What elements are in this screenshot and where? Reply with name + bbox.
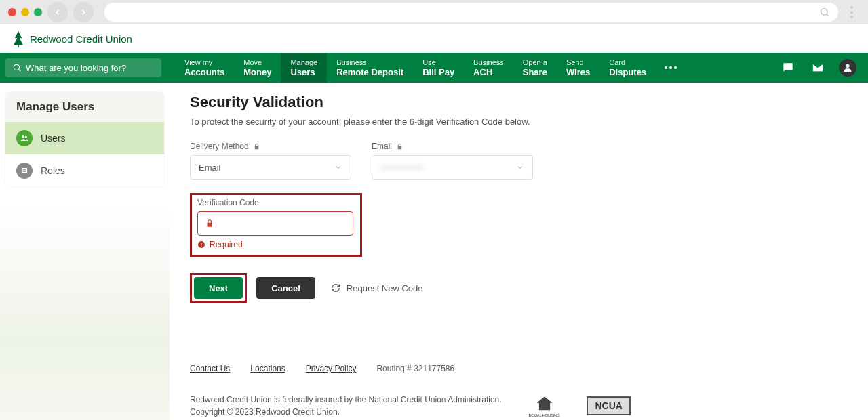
email-label: Email [372,142,533,151]
search-icon [12,63,22,72]
profile-button[interactable] [833,53,863,83]
cancel-button[interactable]: Cancel [256,277,315,299]
page-title: Security Validation [190,93,848,111]
svg-rect-5 [22,168,27,173]
sidebar-item-label: Users [41,133,66,144]
svg-rect-6 [23,169,26,170]
refresh-icon [330,282,341,293]
page-subtitle: To protect the security of your account,… [190,117,848,127]
nav-item-ach[interactable]: BusinessACH [464,53,513,83]
verification-code-input[interactable] [197,211,353,236]
main-nav: What are you looking for? View myAccount… [0,53,868,83]
forward-button[interactable] [73,2,94,22]
next-button-highlight: Next [190,273,247,303]
delivery-method-select[interactable]: Email [190,155,351,180]
browser-chrome [0,0,868,24]
sidebar-item-users[interactable]: Users [5,122,164,154]
verification-code-label: Verification Code [197,198,353,207]
maximize-window-icon[interactable] [34,8,42,16]
minimize-window-icon[interactable] [21,8,29,16]
next-button[interactable]: Next [194,277,243,299]
verification-code-error: Required [197,240,353,249]
nav-more-button[interactable] [656,53,686,83]
lock-icon [253,143,260,150]
nav-item-bill-pay[interactable]: UseBill Pay [413,53,464,83]
nav-item-wires[interactable]: SendWires [557,53,599,83]
footer-copyright: Copyright © 2023 Redwood Credit Union. [190,406,502,418]
svg-point-0 [821,9,827,15]
logo[interactable]: Redwood Credit Union [12,30,132,47]
nav-search-input[interactable]: What are you looking for? [5,58,161,77]
nav-item-disputes[interactable]: CardDisputes [599,53,656,83]
footer: Contact Us Locations Privacy Policy Rout… [190,364,848,418]
sidebar-title: Manage Users [5,92,164,122]
footer-insured-text: Redwood Credit Union is federally insure… [190,394,502,406]
footer-link-privacy[interactable]: Privacy Policy [306,364,357,373]
footer-routing: Routing # 321177586 [376,364,454,373]
window-controls [8,8,42,16]
error-icon [197,240,205,249]
svg-point-4 [25,136,27,138]
delivery-method-label: Delivery Method [190,142,351,151]
svg-point-2 [846,64,849,68]
chat-icon[interactable] [773,53,803,83]
url-bar[interactable] [104,3,838,22]
users-icon [16,130,33,146]
chevron-down-icon [334,163,342,171]
sidebar-item-roles[interactable]: Roles [5,154,164,187]
nav-search-placeholder: What are you looking for? [26,63,126,73]
svg-point-1 [14,64,19,70]
roles-icon [16,163,33,179]
nav-item-accounts[interactable]: View myAccounts [175,53,234,83]
verification-code-highlight: Verification Code Required [190,193,362,257]
nav-item-share[interactable]: Open aShare [513,53,557,83]
avatar-icon [839,59,856,77]
search-icon [819,7,830,18]
svg-rect-9 [201,243,202,245]
logo-text: Redwood Credit Union [30,33,132,45]
nav-item-remote-deposit[interactable]: BusinessRemote Deposit [327,53,413,83]
close-window-icon[interactable] [8,8,16,16]
lock-icon [205,219,214,228]
footer-link-contact[interactable]: Contact Us [190,364,230,373]
svg-rect-7 [23,171,26,172]
back-button[interactable] [47,2,68,22]
ncua-badge: NCUA [587,396,630,415]
mail-icon[interactable] [803,53,833,83]
chevron-down-icon [516,163,524,171]
sidebar-item-label: Roles [41,165,65,176]
browser-menu-button[interactable] [844,6,860,18]
svg-rect-10 [201,246,202,247]
content: Security Validation To protect the secur… [170,83,868,420]
svg-point-3 [22,135,25,138]
equal-housing-icon: EQUAL HOUSING [529,394,560,417]
nav-item-users[interactable]: ManageUsers [281,53,327,83]
logo-bar: Redwood Credit Union [0,24,868,53]
tree-icon [12,30,24,47]
lock-icon [396,143,403,150]
nav-item-money[interactable]: MoveMoney [234,53,281,83]
footer-link-locations[interactable]: Locations [250,364,285,373]
email-select[interactable]: •••••••••••••• [372,155,533,180]
request-new-code-link[interactable]: Request New Code [330,282,423,293]
sidebar: Manage Users Users Roles [0,83,170,420]
